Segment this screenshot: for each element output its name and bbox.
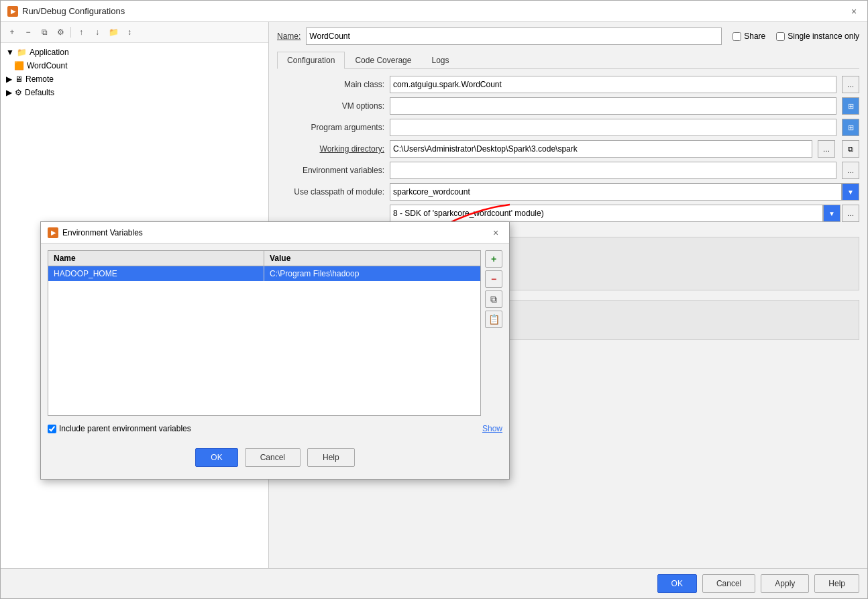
vm-options-row: VM options: ⊞	[277, 97, 859, 115]
tree-item-wordcount[interactable]: 🟧 WordCount	[1, 59, 268, 72]
working-dir-browse-button[interactable]: …	[818, 140, 835, 158]
copy-config-button[interactable]: ⧉	[37, 25, 52, 40]
program-args-expand-button[interactable]: ⊞	[842, 119, 859, 136]
program-args-input[interactable]	[390, 119, 836, 136]
bottom-bar: OK Cancel Apply Help	[1, 568, 867, 598]
vm-options-input[interactable]	[390, 97, 836, 115]
show-link[interactable]: Show	[482, 424, 502, 433]
main-class-browse-button[interactable]: …	[842, 76, 859, 93]
wordcount-label: WordCount	[27, 61, 67, 70]
remote-expand-icon: ▶	[6, 74, 12, 84]
application-label: Application	[30, 48, 69, 57]
classpath-label: Use classpath of module:	[277, 187, 384, 197]
cancel-button[interactable]: Cancel	[702, 574, 755, 593]
tab-logs[interactable]: Logs	[421, 52, 459, 68]
tab-bar: Configuration Code Coverage Logs	[277, 52, 859, 69]
classpath-input[interactable]	[390, 183, 842, 201]
env-table-header: Name Value	[48, 251, 480, 266]
tab-code-coverage[interactable]: Code Coverage	[345, 52, 421, 68]
folder-button[interactable]: 📁	[106, 25, 121, 40]
share-row: Share Single instance only	[733, 32, 859, 41]
expand-icon: ▼	[6, 48, 14, 57]
env-dialog-icon: ▶	[48, 227, 58, 238]
app-icon: ▶	[7, 6, 18, 17]
env-ok-button[interactable]: OK	[195, 448, 237, 467]
defaults-icon: ⚙	[15, 88, 22, 97]
close-button[interactable]: ×	[847, 5, 861, 18]
env-add-button[interactable]: +	[485, 250, 502, 268]
dialog-title: Run/Debug Configurations	[22, 6, 125, 16]
tree-item-remote[interactable]: ▶ 🖥 Remote	[1, 72, 268, 86]
name-row: Name: Share Single instance only	[277, 28, 859, 45]
env-vars-row: Environment variables: …	[277, 162, 859, 179]
main-class-input[interactable]	[390, 76, 836, 93]
settings-config-button[interactable]: ⚙	[53, 25, 68, 40]
classpath-dropdown-button[interactable]: ▼	[842, 183, 859, 201]
working-dir-input[interactable]	[390, 140, 812, 158]
env-copy-button[interactable]: ⧉	[485, 290, 502, 308]
env-vars-label: Environment variables:	[277, 166, 384, 175]
sort-button[interactable]: ↕	[122, 25, 137, 40]
include-parent-env-label[interactable]: Include parent environment variables	[48, 424, 191, 433]
tree-item-application[interactable]: ▼ 📁 Application	[1, 46, 268, 59]
tab-configuration[interactable]: Configuration	[277, 52, 345, 69]
env-title-bar: ▶ Environment Variables ×	[41, 222, 509, 243]
remove-config-button[interactable]: −	[21, 25, 36, 40]
remote-icon: 🖥	[15, 74, 23, 84]
title-bar-left: ▶ Run/Debug Configurations	[7, 6, 125, 17]
single-instance-checkbox-label[interactable]: Single instance only	[776, 32, 859, 41]
jre-dropdown-button[interactable]: ▼	[823, 205, 840, 222]
env-row-name: HADOOP_HOME	[48, 266, 264, 281]
env-vars-browse-button[interactable]: …	[842, 162, 859, 179]
env-table-row[interactable]: HADOOP_HOME C:\Program Files\hadoop	[48, 266, 480, 281]
move-down-button[interactable]: ↓	[90, 25, 105, 40]
ok-button[interactable]: OK	[657, 574, 697, 593]
defaults-label: Defaults	[25, 88, 54, 97]
env-side-buttons: + − ⧉ 📋	[485, 250, 502, 416]
working-dir-row: Working directory: … ⧉	[277, 140, 859, 158]
share-checkbox[interactable]	[733, 32, 741, 41]
main-class-row: Main class: …	[277, 76, 859, 93]
env-vars-input[interactable]	[390, 162, 836, 179]
folder-icon: 📁	[17, 48, 27, 57]
env-table: Name Value HADOOP_HOME C:\Program Files\…	[48, 250, 481, 416]
jre-browse-button[interactable]: …	[842, 205, 859, 222]
share-checkbox-label[interactable]: Share	[733, 32, 765, 41]
env-help-button[interactable]: Help	[307, 448, 355, 467]
tree-item-defaults[interactable]: ▶ ⚙ Defaults	[1, 86, 268, 99]
single-instance-checkbox[interactable]	[776, 32, 785, 41]
value-column-header: Value	[264, 251, 480, 266]
env-remove-button[interactable]: −	[485, 270, 502, 288]
help-button[interactable]: Help	[814, 574, 859, 593]
jre-input-row: ▼ …	[390, 205, 859, 222]
apply-button[interactable]: Apply	[761, 574, 809, 593]
main-class-label: Main class:	[277, 80, 384, 89]
vm-options-label: VM options:	[277, 101, 384, 111]
jre-input[interactable]	[390, 205, 823, 222]
toolbar-separator	[70, 27, 71, 38]
env-title-left: ▶ Environment Variables	[48, 227, 143, 238]
title-bar: ▶ Run/Debug Configurations ×	[1, 1, 867, 22]
working-dir-copy-button[interactable]: ⧉	[842, 140, 859, 158]
remote-label: Remote	[25, 74, 54, 84]
name-input[interactable]	[306, 28, 722, 45]
move-up-button[interactable]: ↑	[74, 25, 89, 40]
env-paste-button[interactable]: 📋	[485, 311, 502, 328]
working-dir-label: Working directory:	[277, 144, 384, 154]
include-parent-env-checkbox[interactable]	[48, 425, 56, 433]
env-content: Name Value HADOOP_HOME C:\Program Files\…	[41, 243, 509, 479]
env-close-button[interactable]: ×	[489, 226, 502, 239]
wordcount-icon: 🟧	[14, 61, 24, 70]
program-args-label: Program arguments:	[277, 123, 384, 132]
env-cancel-button[interactable]: Cancel	[245, 448, 301, 467]
include-parent-env-row: Include parent environment variables Sho…	[48, 421, 502, 436]
classpath-input-row: ▼	[390, 183, 859, 201]
vm-options-expand-button[interactable]: ⊞	[842, 97, 859, 115]
env-table-empty-area	[48, 281, 480, 415]
defaults-expand-icon: ▶	[6, 88, 12, 97]
env-variables-dialog: ▶ Environment Variables × Name Value HAD…	[40, 221, 510, 480]
add-config-button[interactable]: +	[5, 25, 19, 40]
env-dialog-title: Environment Variables	[62, 228, 143, 237]
classpath-row: Use classpath of module: ▼	[277, 183, 859, 201]
env-row-value: C:\Program Files\hadoop	[264, 266, 480, 281]
